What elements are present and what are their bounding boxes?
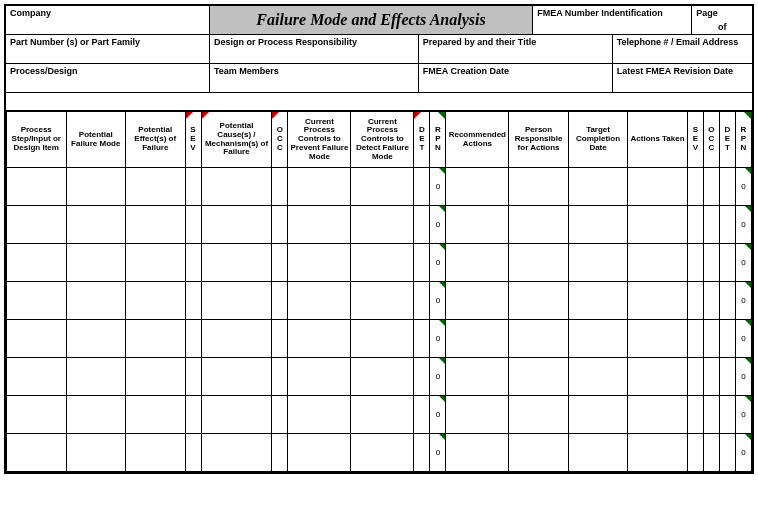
cell[interactable] bbox=[414, 244, 430, 282]
cell[interactable] bbox=[719, 282, 735, 320]
cell[interactable] bbox=[7, 396, 67, 434]
cell[interactable] bbox=[288, 358, 351, 396]
telephone-cell[interactable]: Telephone # / Email Address bbox=[613, 35, 752, 63]
cell[interactable] bbox=[446, 282, 509, 320]
cell[interactable] bbox=[509, 206, 569, 244]
cell[interactable] bbox=[703, 358, 719, 396]
cell[interactable] bbox=[687, 396, 703, 434]
cell[interactable] bbox=[703, 396, 719, 434]
cell[interactable] bbox=[126, 282, 186, 320]
cell[interactable] bbox=[414, 206, 430, 244]
cell[interactable] bbox=[414, 358, 430, 396]
cell[interactable] bbox=[201, 396, 272, 434]
cell[interactable] bbox=[509, 396, 569, 434]
cell[interactable] bbox=[201, 282, 272, 320]
cell[interactable] bbox=[66, 320, 126, 358]
cell[interactable] bbox=[66, 358, 126, 396]
cell[interactable] bbox=[351, 206, 414, 244]
cell[interactable] bbox=[414, 434, 430, 472]
cell[interactable] bbox=[568, 358, 628, 396]
cell[interactable] bbox=[446, 320, 509, 358]
cell[interactable] bbox=[628, 396, 688, 434]
cell[interactable] bbox=[509, 282, 569, 320]
cell[interactable] bbox=[185, 282, 201, 320]
cell[interactable]: 0 bbox=[430, 244, 446, 282]
page-cell[interactable]: Page of bbox=[692, 6, 752, 34]
cell[interactable] bbox=[628, 282, 688, 320]
fmea-number-cell[interactable]: FMEA Number Indentification bbox=[533, 6, 692, 34]
cell[interactable] bbox=[414, 320, 430, 358]
cell[interactable] bbox=[185, 320, 201, 358]
cell[interactable] bbox=[201, 434, 272, 472]
cell[interactable] bbox=[272, 320, 288, 358]
cell[interactable]: 0 bbox=[735, 396, 751, 434]
cell[interactable] bbox=[446, 434, 509, 472]
cell[interactable] bbox=[185, 434, 201, 472]
cell[interactable] bbox=[446, 206, 509, 244]
cell[interactable]: 0 bbox=[430, 168, 446, 206]
cell[interactable] bbox=[446, 168, 509, 206]
cell[interactable] bbox=[568, 206, 628, 244]
cell[interactable] bbox=[185, 244, 201, 282]
prepared-by-cell[interactable]: Prepared by and their Title bbox=[419, 35, 613, 63]
cell[interactable]: 0 bbox=[735, 282, 751, 320]
cell[interactable] bbox=[414, 168, 430, 206]
cell[interactable] bbox=[351, 244, 414, 282]
cell[interactable] bbox=[126, 358, 186, 396]
cell[interactable]: 0 bbox=[735, 320, 751, 358]
cell[interactable] bbox=[272, 434, 288, 472]
cell[interactable] bbox=[272, 206, 288, 244]
cell[interactable]: 0 bbox=[430, 320, 446, 358]
cell[interactable] bbox=[185, 396, 201, 434]
cell[interactable] bbox=[288, 320, 351, 358]
cell[interactable] bbox=[628, 168, 688, 206]
cell[interactable] bbox=[703, 282, 719, 320]
cell[interactable] bbox=[351, 168, 414, 206]
cell[interactable] bbox=[126, 244, 186, 282]
cell[interactable] bbox=[7, 434, 67, 472]
cell[interactable] bbox=[288, 168, 351, 206]
cell[interactable] bbox=[351, 282, 414, 320]
cell[interactable] bbox=[568, 434, 628, 472]
cell[interactable] bbox=[7, 358, 67, 396]
cell[interactable] bbox=[703, 320, 719, 358]
cell[interactable] bbox=[719, 168, 735, 206]
cell[interactable] bbox=[568, 244, 628, 282]
cell[interactable] bbox=[66, 282, 126, 320]
cell[interactable] bbox=[351, 358, 414, 396]
cell[interactable] bbox=[126, 434, 186, 472]
creation-date-cell[interactable]: FMEA Creation Date bbox=[419, 64, 613, 92]
cell[interactable] bbox=[272, 168, 288, 206]
cell[interactable] bbox=[66, 206, 126, 244]
cell[interactable]: 0 bbox=[430, 282, 446, 320]
cell[interactable] bbox=[719, 320, 735, 358]
cell[interactable] bbox=[126, 320, 186, 358]
process-design-cell[interactable]: Process/Design bbox=[6, 64, 210, 92]
revision-date-cell[interactable]: Latest FMEA Revision Date bbox=[613, 64, 752, 92]
cell[interactable]: 0 bbox=[430, 206, 446, 244]
cell[interactable] bbox=[628, 244, 688, 282]
cell[interactable] bbox=[7, 320, 67, 358]
cell[interactable] bbox=[719, 206, 735, 244]
cell[interactable] bbox=[185, 206, 201, 244]
cell[interactable] bbox=[703, 206, 719, 244]
cell[interactable] bbox=[201, 168, 272, 206]
cell[interactable] bbox=[687, 282, 703, 320]
cell[interactable] bbox=[687, 244, 703, 282]
cell[interactable] bbox=[288, 282, 351, 320]
cell[interactable]: 0 bbox=[430, 396, 446, 434]
design-resp-cell[interactable]: Design or Process Responsibility bbox=[210, 35, 419, 63]
cell[interactable] bbox=[351, 320, 414, 358]
cell[interactable] bbox=[201, 206, 272, 244]
cell[interactable] bbox=[272, 358, 288, 396]
cell[interactable] bbox=[509, 434, 569, 472]
cell[interactable] bbox=[687, 434, 703, 472]
cell[interactable] bbox=[719, 244, 735, 282]
cell[interactable] bbox=[201, 358, 272, 396]
cell[interactable] bbox=[703, 168, 719, 206]
cell[interactable]: 0 bbox=[735, 244, 751, 282]
cell[interactable]: 0 bbox=[735, 358, 751, 396]
cell[interactable] bbox=[201, 320, 272, 358]
cell[interactable] bbox=[414, 282, 430, 320]
cell[interactable] bbox=[628, 206, 688, 244]
